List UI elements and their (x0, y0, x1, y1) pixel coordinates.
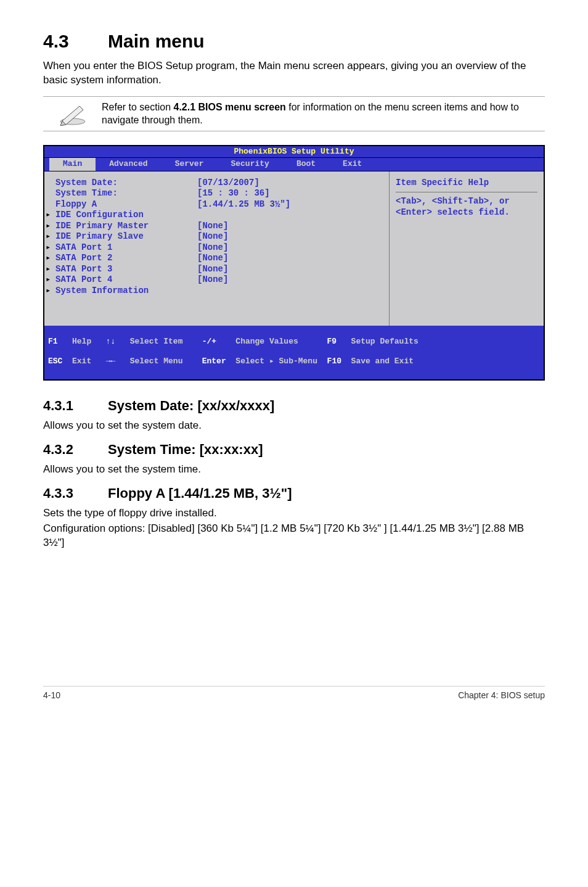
subsection-body-line1: Sets the type of floppy drive installed. (43, 506, 545, 521)
bios-field-label: IDE Configuration (54, 210, 197, 221)
subsection-heading: 4.3.1System Date: [xx/xx/xxxx] (43, 398, 545, 414)
bios-field-value: [None] (197, 274, 389, 286)
bios-field-value: [1.44/1.25 MB 3½"] (197, 199, 389, 210)
subsection-number: 4.3.1 (43, 398, 108, 414)
submenu-arrow-icon: ▸ (46, 210, 54, 221)
bios-help-panel: Item Specific Help <Tab>, <Shift-Tab>, o… (389, 171, 544, 326)
submenu-arrow-icon (46, 188, 54, 199)
bios-field-value: [None] (197, 242, 389, 254)
f1-label: Help (72, 337, 91, 346)
submenu-arrow-icon (46, 178, 54, 189)
subsection-heading: 4.3.2System Time: [xx:xx:xx] (43, 442, 545, 458)
bios-field-row: ▸IDE Primary Master[None] (46, 221, 389, 232)
bios-field-value (197, 210, 389, 221)
subsection-body: Allows you to set the system date. (43, 419, 545, 433)
submenu-arrow-icon (46, 199, 54, 210)
bios-footer: F1 Help ↑↓ Select Item -/+ Change Values… (44, 326, 544, 379)
select-item-label: Select Item (130, 337, 183, 346)
bios-screenshot: PhoenixBIOS Setup Utility Main Advanced … (43, 145, 545, 381)
plusminus-key: -/+ (202, 337, 216, 346)
save-exit-label: Save and Exit (351, 357, 414, 366)
subsection-title: System Date: [xx/xx/xxxx] (108, 398, 274, 413)
select-submenu-label: Select ▸ Sub-Menu (235, 357, 317, 366)
bios-field-value: [07/13/2007] (197, 178, 389, 189)
subsection-title: System Time: [xx:xx:xx] (108, 442, 263, 457)
bios-field-label: SATA Port 1 (54, 242, 197, 254)
note-text: Refer to section 4.2.1 BIOS menu screen … (102, 101, 545, 127)
bios-tab-main: Main (49, 158, 96, 170)
bios-field-row: ▸SATA Port 3[None] (46, 264, 389, 275)
bios-field-label: System Date: (54, 178, 197, 189)
page-number: 4-10 (43, 690, 60, 700)
f9-key: F9 (327, 337, 337, 346)
change-values-label: Change Values (235, 337, 298, 346)
bios-help-title: Item Specific Help (396, 178, 537, 189)
exit-label: Exit (72, 357, 91, 366)
bios-field-label: SATA Port 4 (54, 274, 197, 286)
select-menu-label: Select Menu (130, 357, 183, 366)
bios-tab-security: Security (217, 158, 282, 170)
divider (396, 192, 537, 192)
bios-field-row: ▸IDE Primary Slave[None] (46, 231, 389, 242)
arrows-updown-icon: ↑↓ (106, 337, 116, 346)
bios-field-row: ▸IDE Configuration (46, 210, 389, 221)
bios-field-label: SATA Port 2 (54, 253, 197, 264)
bios-title: PhoenixBIOS Setup Utility (44, 146, 544, 158)
bios-tab-server: Server (161, 158, 218, 170)
bios-field-value: [None] (197, 231, 389, 242)
subsection-number: 4.3.3 (43, 485, 108, 501)
note-pre: Refer to section (102, 102, 174, 112)
bios-field-label: System Information (54, 286, 197, 297)
bios-field-value: [None] (197, 264, 389, 275)
subsection-body: Allows you to set the system time. (43, 463, 545, 477)
submenu-arrow-icon: ▸ (46, 286, 54, 297)
bios-field-value: [15 : 30 : 36] (197, 188, 389, 199)
submenu-arrow-icon: ▸ (46, 253, 54, 264)
setup-defaults-label: Setup Defaults (351, 337, 419, 346)
section-heading: 4.3Main menu (43, 31, 545, 52)
section-number: 4.3 (43, 31, 108, 52)
submenu-arrow-icon: ▸ (46, 221, 54, 232)
chapter-label: Chapter 4: BIOS setup (458, 690, 545, 700)
enter-key: Enter (202, 357, 226, 366)
bios-field-row: ▸SATA Port 4[None] (46, 274, 389, 286)
bios-field-row: ▸SATA Port 1[None] (46, 242, 389, 254)
subsection-body-line2: Configuration options: [Disabled] [360 K… (43, 522, 545, 550)
bios-field-label: Floppy A (54, 199, 197, 210)
esc-key: ESC (48, 357, 62, 366)
bios-field-value: [None] (197, 221, 389, 232)
bios-help-body: <Tab>, <Shift-Tab>, or <Enter> selects f… (396, 196, 537, 218)
bios-tab-advanced: Advanced (96, 158, 161, 170)
subsection-number: 4.3.2 (43, 442, 108, 458)
bios-field-row: Floppy A[1.44/1.25 MB 3½"] (46, 199, 389, 210)
submenu-arrow-icon: ▸ (46, 264, 54, 275)
bios-tab-boot: Boot (283, 158, 329, 170)
bios-field-label: SATA Port 3 (54, 264, 197, 275)
note-bold: 4.2.1 BIOS menu screen (174, 102, 286, 112)
f10-key: F10 (327, 357, 341, 366)
f1-key: F1 (48, 337, 58, 346)
pencil-icon (43, 101, 102, 126)
arrows-leftright-icon: →← (106, 357, 116, 366)
subsection-heading: 4.3.3Floppy A [1.44/1.25 MB, 3½"] (43, 485, 545, 501)
bios-field-label: System Time: (54, 188, 197, 199)
bios-field-row: ▸SATA Port 2[None] (46, 253, 389, 264)
bios-field-row: ▸System Information (46, 286, 389, 297)
submenu-arrow-icon: ▸ (46, 274, 54, 286)
bios-field-label: IDE Primary Master (54, 221, 197, 232)
submenu-arrow-icon: ▸ (46, 231, 54, 242)
bios-field-label: IDE Primary Slave (54, 231, 197, 242)
bios-tab-bar: Main Advanced Server Security Boot Exit (44, 158, 544, 171)
intro-paragraph: When you enter the BIOS Setup program, t… (43, 59, 545, 88)
submenu-arrow-icon: ▸ (46, 242, 54, 254)
bios-field-row: System Time:[15 : 30 : 36] (46, 188, 389, 199)
bios-field-value (197, 286, 389, 297)
bios-field-row: System Date:[07/13/2007] (46, 178, 389, 189)
subsection-title: Floppy A [1.44/1.25 MB, 3½"] (108, 485, 292, 501)
section-title-text: Main menu (108, 31, 205, 51)
bios-field-value: [None] (197, 253, 389, 264)
note-callout: Refer to section 4.2.1 BIOS menu screen … (43, 96, 545, 131)
bios-tab-exit: Exit (329, 158, 375, 170)
bios-main-panel: System Date:[07/13/2007]System Time:[15 … (44, 171, 389, 326)
page-footer: 4-10 Chapter 4: BIOS setup (43, 686, 545, 700)
